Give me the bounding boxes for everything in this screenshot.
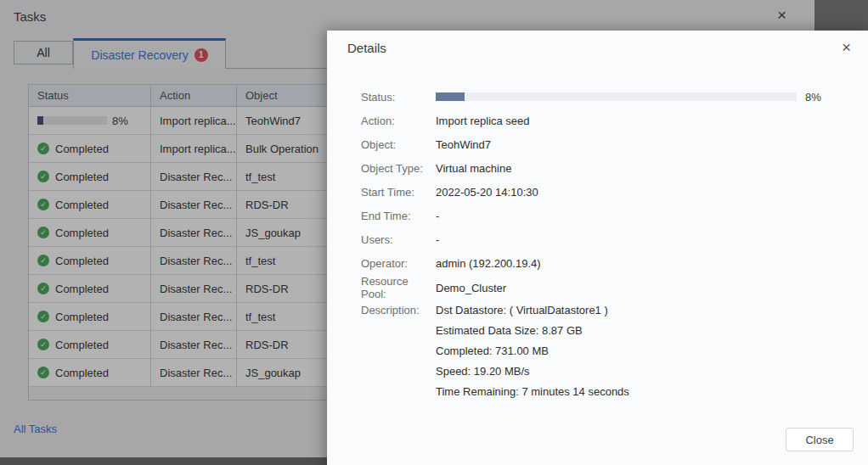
modal-title: Details	[347, 41, 386, 55]
description-line: Speed: 19.20 MB/s	[436, 361, 629, 382]
field-row-object: Object: TeohWind7	[361, 132, 848, 156]
field-label: Start Time:	[361, 186, 436, 199]
progress-percent-label: 8%	[805, 91, 821, 104]
details-fields: Status: 8% Action: Import replica seed O…	[361, 85, 848, 402]
field-value: Import replica seed	[436, 115, 530, 127]
field-row-action: Action: Import replica seed	[361, 109, 848, 132]
description-line: Dst Datastore: ( VirtualDatastore1 )	[436, 300, 629, 321]
field-label: Object:	[361, 138, 436, 151]
field-value: Virtual machine	[436, 162, 511, 175]
field-value: 2022-05-20 14:10:30	[436, 186, 538, 199]
progress-bar	[436, 92, 797, 101]
progress-bar-fill	[436, 92, 465, 101]
field-label: Resource Pool:	[361, 275, 436, 300]
field-value: Demo_Cluster	[436, 282, 506, 294]
description-lines: Dst Datastore: ( VirtualDatastore1 ) Est…	[436, 300, 629, 402]
description-line: Completed: 731.00 MB	[436, 341, 629, 361]
status-progress: 8%	[436, 91, 821, 104]
field-label: Status:	[361, 91, 436, 104]
field-row-object-type: Object Type: Virtual machine	[361, 156, 848, 180]
field-label: Operator:	[361, 257, 436, 270]
description-line: Estimated Data Size: 8.87 GB	[436, 321, 629, 341]
details-modal: Details × Status: 8% Action: Import repl…	[327, 31, 868, 465]
field-label: End Time:	[361, 210, 436, 222]
field-label: Action:	[361, 115, 436, 127]
field-value: -	[436, 210, 439, 222]
field-row-end-time: End Time: -	[361, 204, 848, 227]
field-value: admin (192.200.19.4)	[436, 257, 541, 270]
field-row-resource-pool: Resource Pool: Demo_Cluster	[361, 275, 848, 300]
field-label: Object Type:	[361, 162, 436, 175]
field-label: Users:	[361, 233, 436, 246]
field-value: -	[436, 233, 439, 246]
field-row-users: Users: -	[361, 227, 848, 251]
field-row-start-time: Start Time: 2022-05-20 14:10:30	[361, 180, 848, 204]
field-row-status: Status: 8%	[361, 85, 848, 109]
field-label: Description:	[361, 300, 436, 321]
field-row-operator: Operator: admin (192.200.19.4)	[361, 251, 848, 275]
close-button[interactable]: Close	[786, 428, 854, 451]
field-value: TeohWind7	[436, 138, 491, 151]
field-row-description: Description: Dst Datastore: ( VirtualDat…	[361, 300, 848, 402]
description-line: Time Remaining: 7 minutes 14 seconds	[436, 382, 629, 402]
modal-close-icon[interactable]: ×	[842, 39, 851, 55]
